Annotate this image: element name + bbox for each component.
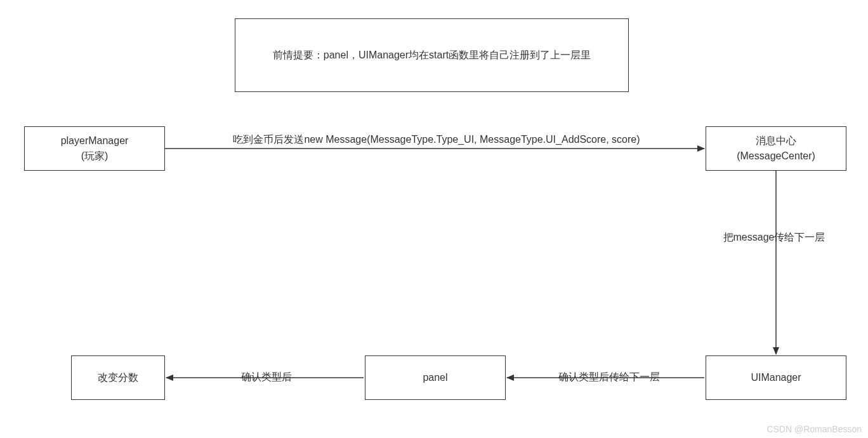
ui-manager-text: UIManager: [751, 370, 801, 385]
player-manager-sub: (玩家): [61, 149, 129, 164]
watermark: CSDN @RomanBesson: [766, 424, 862, 434]
edge-label-uimanager-to-panel: 确认类型后传给下一层: [520, 371, 698, 384]
panel-text: panel: [423, 370, 447, 385]
node-message-center: 消息中心 (MessageCenter): [706, 126, 846, 171]
change-score-text: 改变分数: [98, 370, 138, 385]
note-text: 前情提要：panel，UIManager均在start函数里将自己注册到了上一层…: [273, 48, 591, 63]
message-center-sub: (MessageCenter): [737, 149, 815, 164]
note-box: 前情提要：panel，UIManager均在start函数里将自己注册到了上一层…: [235, 18, 629, 92]
player-manager-title: playerManager: [61, 133, 129, 149]
edge-label-center-to-uimanager: 把message传给下一层: [695, 231, 853, 244]
edge-label-player-to-center: 吃到金币后发送new Message(MessageType.Type_UI, …: [176, 133, 697, 147]
edge-label-panel-to-score: 确认类型后: [178, 371, 355, 384]
node-panel: panel: [365, 355, 506, 400]
message-center-title: 消息中心: [737, 133, 815, 149]
node-player-manager: playerManager (玩家): [24, 126, 165, 171]
node-change-score: 改变分数: [71, 355, 165, 400]
node-ui-manager: UIManager: [706, 355, 846, 400]
